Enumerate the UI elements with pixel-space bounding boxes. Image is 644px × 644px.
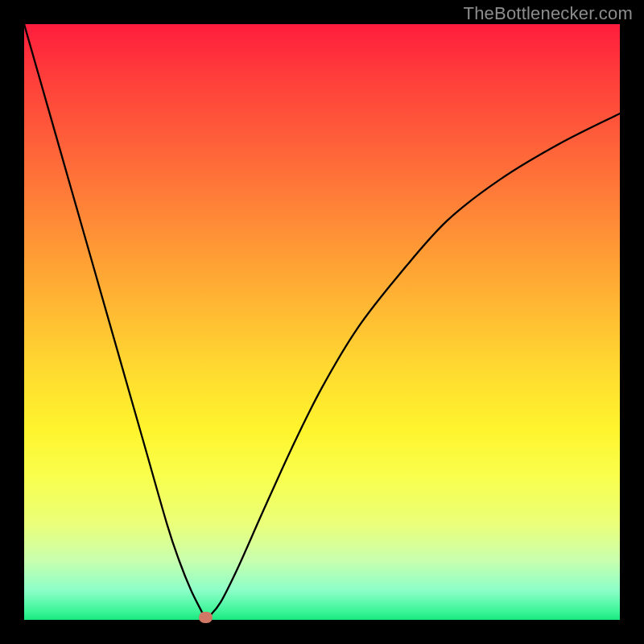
bottleneck-curve [24,24,620,620]
attribution-label: TheBottlenecker.com [464,3,633,24]
chart-frame: TheBottlenecker.com [0,0,644,644]
minimum-marker [199,612,213,623]
plot-area [24,24,620,620]
